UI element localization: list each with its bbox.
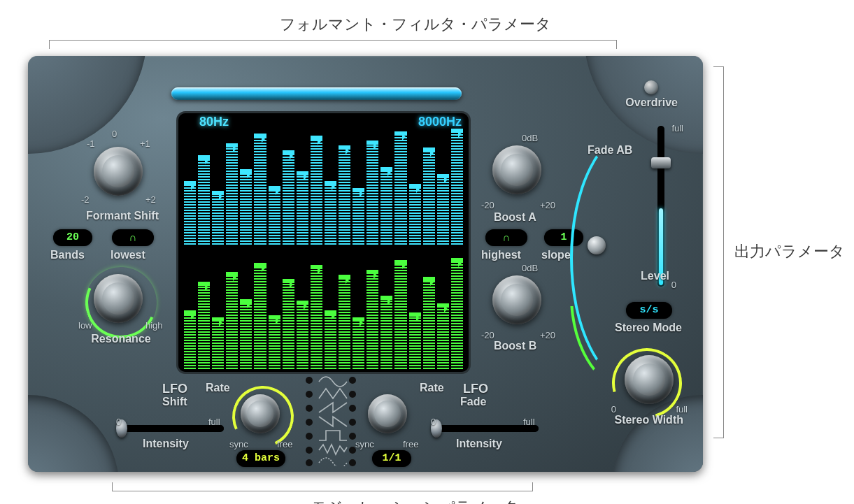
svg-point-1 [349, 377, 356, 384]
highest-label: highest [481, 249, 521, 261]
boost-a-0db: 0dB [522, 133, 538, 143]
formant-tick-n1: -1 [87, 138, 95, 149]
lowest-bandshape-icon[interactable]: ∩ [112, 229, 154, 246]
level-thumb[interactable] [651, 157, 671, 168]
bracket-right [713, 66, 724, 438]
formant-shift-knob[interactable] [94, 147, 143, 196]
bands-value[interactable]: 20 [53, 229, 92, 246]
stereo-mode-value[interactable]: s/s [626, 302, 672, 319]
annotation-modulation: モジュレーションパラメータ [311, 497, 519, 504]
svg-point-0 [306, 377, 313, 384]
resonance-high: high [145, 320, 163, 331]
svg-point-5 [349, 405, 356, 412]
formant-tick-p1: +1 [140, 138, 150, 149]
lfo-fade-sync: sync [355, 439, 374, 449]
formant-tick-n2: -2 [81, 194, 90, 205]
fade-ab-label: Fade AB [588, 144, 632, 157]
panel-decor-br [612, 395, 703, 472]
boost-b-n20: -20 [481, 330, 494, 340]
svg-point-6 [306, 419, 313, 426]
boost-a-label: Boost A [494, 211, 536, 224]
plugin-panel: 80Hz 8000Hz -1 0 +1 -2 +2 Formant Shift … [28, 56, 703, 472]
svg-point-2 [306, 391, 313, 398]
lfo-shift-free: free [277, 439, 292, 449]
panel-decor-bl [28, 395, 119, 472]
lfo-fade-rate-label: Rate [420, 382, 444, 394]
level-slider[interactable] [657, 126, 664, 287]
lfo-fade-intensity-slider[interactable] [434, 425, 539, 432]
svg-point-10 [306, 447, 313, 454]
fade-ab-handle[interactable] [588, 236, 606, 254]
annotation-formant: フォルマント・フィルタ・パラメータ [280, 14, 551, 35]
lfo-waveform-selector[interactable] [302, 372, 358, 466]
lfo-shift-intensity-label: Intensity [143, 438, 189, 450]
boost-b-p20: +20 [540, 330, 555, 340]
bracket-bottom [112, 482, 533, 491]
slope-label: slope [541, 249, 571, 261]
lfo-shift-rate-value[interactable]: 4 bars [236, 450, 285, 467]
bands-label: Bands [50, 249, 85, 261]
stereo-width-0: 0 [611, 404, 616, 415]
lfo-shift-rate-knob[interactable] [241, 394, 280, 433]
svg-point-7 [349, 419, 356, 426]
fade-ab-arc-blue [570, 129, 702, 387]
boost-a-p20: +20 [540, 200, 555, 210]
boost-b-knob[interactable] [492, 275, 541, 324]
lfo-shift-title-lfo: LFO [162, 382, 187, 396]
lfo-shift-title-sub: Shift [162, 396, 187, 408]
boost-a-knob[interactable] [492, 145, 541, 194]
resonance-label: Resonance [83, 333, 159, 345]
boost-b-0db: 0dB [522, 263, 538, 273]
band-display: 80Hz 8000Hz [178, 113, 469, 372]
svg-point-12 [306, 459, 313, 466]
svg-point-8 [306, 433, 313, 440]
stereo-width-knob[interactable] [625, 355, 674, 404]
bracket-top [49, 40, 617, 49]
display-bands-b [181, 250, 466, 369]
lfo-fade-title-sub: Fade [460, 396, 486, 408]
boost-a-n20: -20 [481, 200, 494, 210]
lfo-shift-rate-label: Rate [206, 382, 230, 394]
slope-value[interactable]: 1 [544, 229, 583, 246]
level-fill [659, 208, 663, 285]
annotation-output: 出力パラメータ [734, 241, 845, 262]
formant-tick-p2: +2 [145, 194, 156, 205]
display-bands-a [181, 126, 466, 245]
svg-point-11 [349, 447, 356, 454]
svg-point-4 [306, 405, 313, 412]
lfo-fade-title-lfo: LFO [463, 382, 488, 396]
lowest-label: lowest [111, 249, 145, 261]
panel-decor-tl [28, 56, 147, 154]
svg-point-13 [349, 459, 356, 466]
stereo-mode-label: Stereo Mode [615, 322, 682, 334]
lfo-fade-intensity-thumb[interactable] [431, 419, 442, 438]
lfo-fade-rate-value[interactable]: 1/1 [372, 450, 411, 467]
lfo-shift-intensity-slider[interactable] [119, 425, 224, 432]
level-label: Level [641, 270, 669, 282]
svg-point-3 [349, 391, 356, 398]
overdrive-button[interactable] [644, 80, 658, 94]
boost-b-label: Boost B [494, 340, 536, 352]
resonance-knob[interactable] [94, 274, 143, 323]
highest-bandshape-icon[interactable]: ∩ [485, 229, 527, 246]
formant-shift-label: Formant Shift [77, 210, 168, 222]
lfo-shift-sync: sync [229, 439, 248, 449]
resonance-low: low [78, 320, 92, 331]
panel-decor-tr [584, 56, 703, 154]
formant-tick-0: 0 [112, 129, 117, 139]
top-tube-indicator [171, 87, 462, 100]
level-zero: 0 [671, 280, 676, 290]
lfo-shift-intensity-thumb[interactable] [116, 419, 127, 438]
lfo-fade-rate-knob[interactable] [368, 394, 407, 433]
lfo-fade-free: free [403, 439, 418, 449]
lfo-fade-intensity-label: Intensity [456, 438, 502, 450]
svg-point-9 [349, 433, 356, 440]
